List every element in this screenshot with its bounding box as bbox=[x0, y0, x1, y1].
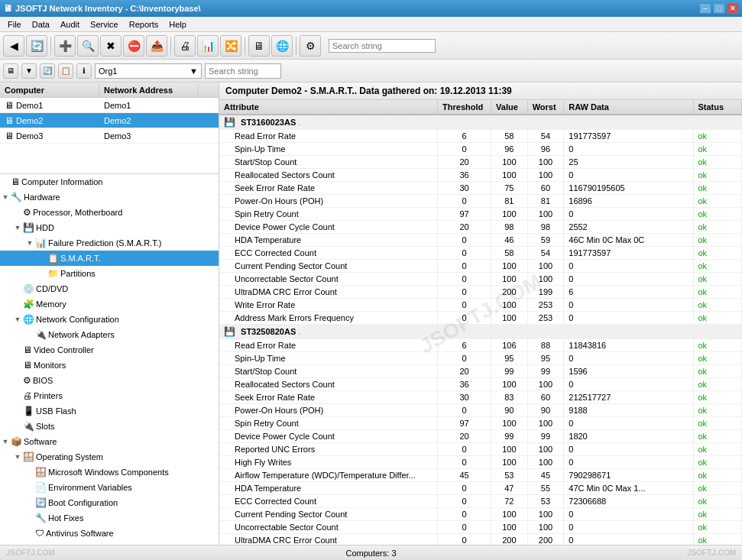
table-row[interactable]: Reported UNC Errors 0 100 100 0 ok bbox=[219, 443, 742, 456]
toolbar2-smallbtn3[interactable]: 🔄 bbox=[40, 63, 55, 79]
computer-row[interactable]: 🖥 Demo3 Demo3 bbox=[0, 128, 219, 144]
table-row[interactable]: Power-On Hours (POH) 0 90 90 9188 ok bbox=[219, 404, 742, 417]
menu-data[interactable]: Data bbox=[28, 19, 54, 30]
tree-item-usbflash[interactable]: 📱USB Flash bbox=[0, 403, 219, 419]
tree-item-cddvd[interactable]: 💿CD/DVD bbox=[0, 281, 219, 296]
table-row[interactable]: Device Power Cycle Count 20 98 98 2552 o… bbox=[219, 221, 742, 234]
computer-name: Demo1 bbox=[16, 101, 43, 110]
computer-row[interactable]: 🖥 Demo1 Demo1 bbox=[0, 98, 219, 113]
table-row[interactable]: Power-On Hours (POH) 0 81 81 16896 ok bbox=[219, 195, 742, 208]
computer-address: Demo3 bbox=[99, 131, 199, 141]
tree-item-failure[interactable]: ▼📊Failure Prediction (S.M.A.R.T.) bbox=[0, 235, 219, 251]
attr-worst: 54 bbox=[527, 247, 564, 260]
attr-status: ok bbox=[693, 286, 742, 299]
toolbar-back[interactable]: ◀ bbox=[3, 35, 24, 57]
table-row[interactable]: UltraDMA CRC Error Count 0 200 199 6 ok bbox=[219, 286, 742, 299]
tree-item-netadapters[interactable]: 🔌Network Adapters bbox=[0, 327, 219, 342]
tree-item-partitions[interactable]: 📁Partitions bbox=[0, 266, 219, 281]
table-row[interactable]: Read Error Rate 6 106 88 11843816 ok bbox=[219, 339, 742, 352]
tree-item-antivirus[interactable]: 🛡Antivirus Software bbox=[0, 526, 219, 541]
table-row[interactable]: Reallocated Sectors Count 36 100 100 0 o… bbox=[219, 378, 742, 391]
tree-item-hdd[interactable]: ▼💾HDD bbox=[0, 220, 219, 235]
toolbar-sep2 bbox=[170, 37, 171, 55]
tree-icon-hardware: 🔧 bbox=[11, 192, 22, 202]
menu-bar: File Data Audit Service Reports Help bbox=[0, 17, 742, 32]
toolbar-compare[interactable]: 🔀 bbox=[220, 35, 241, 57]
table-row[interactable]: Address Mark Errors Frequency 0 100 253 … bbox=[219, 312, 742, 325]
tree-item-videocontroller[interactable]: 🖥Video Controller bbox=[0, 342, 219, 358]
table-row[interactable]: Device Power Cycle Count 20 99 99 1820 o… bbox=[219, 430, 742, 443]
tree-item-envvars[interactable]: 📄Environment Variables bbox=[0, 480, 219, 495]
toolbar-export[interactable]: 📤 bbox=[146, 35, 167, 57]
tree-item-mswincomp[interactable]: 🪟Microsoft Windows Components bbox=[0, 465, 219, 480]
table-row[interactable]: Start/Stop Count 20 100 100 25 ok bbox=[219, 156, 742, 169]
table-row[interactable]: Reallocated Sectors Count 36 100 100 0 o… bbox=[219, 169, 742, 182]
tree-item-smart[interactable]: 📋S.M.A.R.T. bbox=[0, 251, 219, 266]
table-row[interactable]: Spin-Up Time 0 96 96 0 ok bbox=[219, 143, 742, 156]
toolbar-forward[interactable]: 🔄 bbox=[26, 35, 47, 57]
table-row[interactable]: Uncorrectable Sector Count 0 100 100 0 o… bbox=[219, 273, 742, 286]
table-row[interactable]: UltraDMA CRC Error Count 0 200 200 0 ok bbox=[219, 534, 742, 545]
table-row[interactable]: ECC Corrected Count 0 58 54 191773597 ok bbox=[219, 247, 742, 260]
toolbar-computer[interactable]: 🖥 bbox=[248, 35, 270, 57]
table-row[interactable]: Read Error Rate 6 58 54 191773597 ok bbox=[219, 130, 742, 143]
tree-item-monitors[interactable]: 🖥Monitors bbox=[0, 358, 219, 373]
table-row[interactable]: Start/Stop Count 20 99 99 1596 ok bbox=[219, 365, 742, 378]
menu-file[interactable]: File bbox=[3, 19, 26, 30]
tree-item-hotfixes[interactable]: 🔧Hot Fixes bbox=[0, 510, 219, 526]
tree-label-comp-info: Computer Information bbox=[21, 177, 102, 186]
toolbar2-smallbtn2[interactable]: ▼ bbox=[21, 63, 37, 79]
table-row[interactable]: Current Pending Sector Count 0 100 100 0… bbox=[219, 260, 742, 273]
tree-item-bootconfig[interactable]: 🔄Boot Configuration bbox=[0, 495, 219, 510]
table-row[interactable]: Seek Error Rate Rate 30 75 60 1167901956… bbox=[219, 182, 742, 195]
table-row[interactable]: Current Pending Sector Count 0 100 100 0… bbox=[219, 508, 742, 521]
close-button[interactable]: ✕ bbox=[727, 3, 739, 14]
toolbar-settings[interactable]: ⚙ bbox=[300, 35, 321, 57]
toolbar-add[interactable]: ➕ bbox=[54, 35, 76, 57]
tree-item-netconfig[interactable]: ▼🌐Network Configuration bbox=[0, 312, 219, 327]
toolbar-network[interactable]: 🌐 bbox=[271, 35, 293, 57]
tree-label-hardware: Hardware bbox=[24, 193, 60, 202]
toolbar-report[interactable]: 📊 bbox=[197, 35, 219, 57]
table-row[interactable]: ECC Corrected Count 0 72 53 72306688 ok bbox=[219, 495, 742, 508]
tree-item-printers[interactable]: 🖨Printers bbox=[0, 388, 219, 403]
toolbar2-smallbtn5[interactable]: ℹ bbox=[76, 63, 92, 79]
table-row[interactable]: Spin-Up Time 0 95 95 0 ok bbox=[219, 352, 742, 365]
table-row[interactable]: Uncorrectable Sector Count 0 100 100 0 o… bbox=[219, 521, 742, 534]
toolbar-print[interactable]: 🖨 bbox=[174, 35, 196, 57]
table-row[interactable]: HDA Temperature 0 47 55 47C Min 0C Max 1… bbox=[219, 482, 742, 495]
secondary-search-input[interactable] bbox=[205, 63, 281, 79]
org-dropdown[interactable]: Org1 ▼ bbox=[95, 63, 202, 79]
tree-item-slots[interactable]: 🔌Slots bbox=[0, 419, 219, 434]
menu-service[interactable]: Service bbox=[86, 19, 123, 30]
tree-item-software[interactable]: ▼📦Software bbox=[0, 434, 219, 449]
toolbar-stop[interactable]: ⛔ bbox=[123, 35, 144, 57]
table-row[interactable]: Airflow Temperature (WDC)/Temperature Di… bbox=[219, 469, 742, 482]
toolbar-scan[interactable]: 🔍 bbox=[77, 35, 99, 57]
table-row[interactable]: Spin Retry Count 97 100 100 0 ok bbox=[219, 208, 742, 221]
tree-item-os[interactable]: ▼🪟Operating System bbox=[0, 449, 219, 465]
table-row[interactable]: Seek Error Rate Rate 30 83 60 212517727 … bbox=[219, 391, 742, 404]
maximize-button[interactable]: □ bbox=[713, 3, 725, 14]
toolbar-search-input[interactable] bbox=[329, 39, 436, 53]
minimize-button[interactable]: ─ bbox=[699, 3, 711, 14]
tree-item-memory[interactable]: 🧩Memory bbox=[0, 296, 219, 312]
table-row[interactable]: Spin Retry Count 97 100 100 0 ok bbox=[219, 417, 742, 430]
attr-threshold: 0 bbox=[438, 404, 491, 417]
menu-help[interactable]: Help bbox=[164, 19, 191, 30]
menu-reports[interactable]: Reports bbox=[125, 19, 164, 30]
tree-item-comp-info[interactable]: 🖥Computer Information bbox=[0, 174, 219, 189]
computer-row[interactable]: 🖥 Demo2 Demo2 bbox=[0, 113, 219, 128]
toolbar-delete[interactable]: ✖ bbox=[100, 35, 122, 57]
toolbar2-smallbtn1[interactable]: 🖥 bbox=[3, 63, 18, 79]
toolbar2-smallbtn4[interactable]: 📋 bbox=[58, 63, 73, 79]
table-row[interactable]: HDA Temperature 0 46 59 46C Min 0C Max 0… bbox=[219, 234, 742, 247]
menu-audit[interactable]: Audit bbox=[56, 19, 84, 30]
tree-item-bios[interactable]: ⚙BIOS bbox=[0, 373, 219, 388]
col-value: Value bbox=[491, 100, 528, 115]
table-row[interactable]: High Fly Writes 0 100 100 0 ok bbox=[219, 456, 742, 469]
tree-item-processor[interactable]: ⚙Processor, Motherboard bbox=[0, 205, 219, 220]
tree-item-hardware[interactable]: ▼🔧Hardware bbox=[0, 189, 219, 205]
table-row[interactable]: Write Error Rate 0 100 253 0 ok bbox=[219, 299, 742, 312]
data-table-container[interactable]: Attribute Threshold Value Worst RAW Data… bbox=[219, 100, 742, 545]
